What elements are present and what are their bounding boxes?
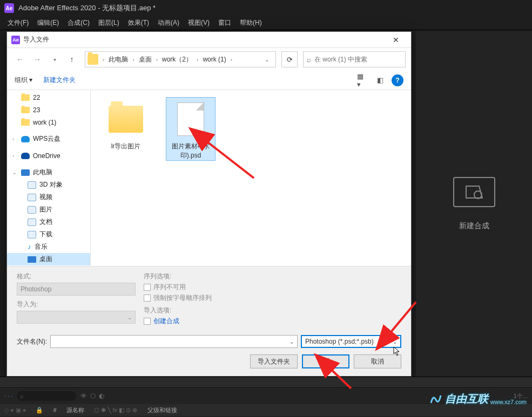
bc-this-pc[interactable]: 此电脑: [106, 54, 130, 65]
new-comp-icon[interactable]: [453, 177, 495, 207]
menu-animation[interactable]: 动画(A): [153, 16, 184, 30]
chevron-right-icon: ›: [154, 57, 160, 63]
new-comp-label[interactable]: 新建合成: [459, 221, 489, 231]
file-item-psd[interactable]: 图片素材4(水印).psd: [166, 98, 215, 160]
timeline-ruler[interactable]: [0, 377, 532, 388]
menu-view[interactable]: 视图(V): [184, 16, 214, 30]
sidebar: 22 23 work (1) ›WPS云盘 ›OneDrive ⌄此电脑 3D …: [7, 90, 91, 266]
filename-row: 文件名(N): ⌄ Photoshop (*.psd;*.psb)⌄: [17, 335, 401, 348]
button-row: 导入文件夹 导入 取消: [17, 354, 401, 368]
organize-dropdown[interactable]: 组织 ▾: [15, 76, 32, 85]
file-item-folder[interactable]: lr导出图片: [102, 98, 150, 151]
sidebar-item-documents[interactable]: 文档: [7, 216, 90, 228]
parent-link-header[interactable]: 父级和链接: [147, 406, 177, 414]
folder-icon: [21, 107, 30, 113]
desktop-icon: [28, 256, 36, 263]
nav-back-button[interactable]: ←: [12, 52, 28, 67]
shy-icon[interactable]: 👁: [80, 392, 87, 400]
sidebar-item-label: 文档: [39, 217, 52, 227]
sidebar-item-3dobjects[interactable]: 3D 对象: [7, 179, 90, 191]
timeline-toolbar: · · · ⌕ 👁 ⬡ ◐ 1个...: [0, 388, 532, 404]
filename-combo[interactable]: ⌄: [50, 335, 298, 348]
sidebar-item-thispc[interactable]: ⌄此电脑: [7, 166, 90, 179]
bc-work1[interactable]: work (1): [200, 54, 228, 64]
seq-unavailable-label: 序列不可用: [153, 283, 186, 292]
onedrive-icon: [21, 153, 30, 159]
sidebar-item-onedrive[interactable]: ›OneDrive: [7, 149, 90, 162]
bc-desktop[interactable]: 桌面: [137, 54, 154, 65]
import-dialog: Ae 导入文件 ✕ ← → ▾ ↑ › 此电脑 › 桌面 › work（2） ›…: [6, 31, 412, 377]
fx-icon[interactable]: ⬡: [90, 392, 96, 400]
3d-icon: [28, 181, 36, 189]
pictures-icon: [28, 206, 36, 214]
menu-effect[interactable]: 效果(T): [124, 16, 153, 30]
file-icon: [177, 102, 204, 136]
file-label: lr导出图片: [102, 142, 150, 151]
sidebar-item-22[interactable]: 22: [7, 91, 90, 104]
sidebar-item-downloads[interactable]: 下载: [7, 228, 90, 241]
view-mode-button[interactable]: ▦ ▾: [357, 74, 369, 86]
folder-icon: [87, 54, 98, 65]
timecode[interactable]: · · ·: [4, 393, 12, 399]
sidebar-item-music[interactable]: ♪音乐: [7, 241, 90, 253]
sidebar-item-work1[interactable]: work (1): [7, 116, 90, 128]
nav-forward-button: →: [30, 52, 45, 67]
sidebar-item-diskc[interactable]: ›本地磁盘 (C:): [7, 265, 90, 266]
breadcrumb-dropdown[interactable]: ⌄: [260, 57, 273, 63]
filter-value: Photoshop (*.psd;*.psb): [305, 338, 374, 345]
sidebar-item-23[interactable]: 23: [7, 104, 90, 116]
import-button[interactable]: 导入: [302, 354, 349, 368]
downloads-icon: [28, 231, 36, 238]
timeline-search[interactable]: ⌕: [17, 391, 76, 401]
preview-pane-button[interactable]: ◧: [374, 74, 386, 86]
bc-work2[interactable]: work（2）: [160, 54, 194, 65]
app-menubar: 文件(F) 编辑(E) 合成(C) 图层(L) 效果(T) 动画(A) 视图(V…: [0, 16, 532, 30]
file-area[interactable]: lr导出图片 图片素材4(水印).psd: [91, 90, 411, 266]
folder-icon: [21, 94, 30, 101]
force-alpha-label: 强制按字母顺序排列: [153, 293, 212, 303]
seq-unavailable-row: 序列不可用: [144, 283, 401, 292]
menu-edit[interactable]: 编辑(E): [33, 16, 63, 30]
search-input[interactable]: [314, 56, 402, 63]
chevron-right-icon: ›: [100, 57, 106, 63]
filter-combo[interactable]: Photoshop (*.psd;*.psb)⌄: [301, 335, 401, 348]
sidebar-item-videos[interactable]: 视频: [7, 191, 90, 203]
cancel-button[interactable]: 取消: [354, 354, 401, 368]
help-button[interactable]: ?: [392, 74, 403, 86]
close-button[interactable]: ✕: [385, 32, 407, 47]
video-icon: [28, 194, 36, 201]
new-folder-button[interactable]: 新建文件夹: [43, 76, 76, 85]
menu-window[interactable]: 窗口: [214, 16, 235, 30]
nav-recent-button[interactable]: ▾: [47, 52, 62, 67]
sidebar-item-pictures[interactable]: 图片: [7, 203, 90, 216]
sidebar-item-label: work (1): [33, 119, 56, 126]
filename-label: 文件名(N):: [17, 337, 47, 346]
importas-select[interactable]: ⌄: [17, 311, 136, 324]
checkbox[interactable]: [144, 318, 151, 325]
dialog-bottom: 格式: Photoshop 导入为: ⌄ 序列选项: 序列不可用 强制按字母顺序…: [7, 266, 411, 376]
timeline-icons: 👁 ⬡ ◐: [80, 392, 104, 400]
chevron-right-icon: ›: [12, 136, 14, 142]
source-name-header[interactable]: 源名称: [66, 406, 84, 414]
create-comp-row[interactable]: 创建合成: [144, 317, 401, 326]
chevron-right-icon: ›: [130, 57, 136, 63]
menu-file[interactable]: 文件(F): [3, 16, 33, 30]
nav-up-button[interactable]: ↑: [64, 52, 79, 67]
motion-blur-icon[interactable]: ◐: [99, 392, 104, 400]
menu-layer[interactable]: 图层(L): [94, 16, 124, 30]
breadcrumb[interactable]: › 此电脑 › 桌面 › work（2） › work (1) › ⌄: [85, 51, 276, 67]
composition-panel: 新建合成: [416, 31, 532, 377]
dialog-title: 导入文件: [23, 35, 385, 44]
search-box[interactable]: ⌕: [303, 51, 406, 67]
sidebar-item-desktop[interactable]: 桌面: [7, 253, 90, 265]
menu-composition[interactable]: 合成(C): [63, 16, 94, 30]
chevron-right-icon: ›: [194, 57, 200, 63]
sidebar-item-label: OneDrive: [33, 152, 60, 160]
chevron-down-icon: ⌄: [12, 170, 17, 175]
menu-help[interactable]: 帮助(H): [235, 16, 266, 30]
sidebar-item-wpscloud[interactable]: ›WPS云盘: [7, 133, 90, 145]
refresh-button[interactable]: ⟳: [281, 51, 298, 67]
cursor-icon: [393, 346, 401, 356]
import-folder-button[interactable]: 导入文件夹: [250, 354, 298, 368]
timeline-panel: · · · ⌕ 👁 ⬡ ◐ 1个... ◇ ● ▣ ● 🔒 # 源名称 ⬡ ✱ …: [0, 377, 532, 417]
